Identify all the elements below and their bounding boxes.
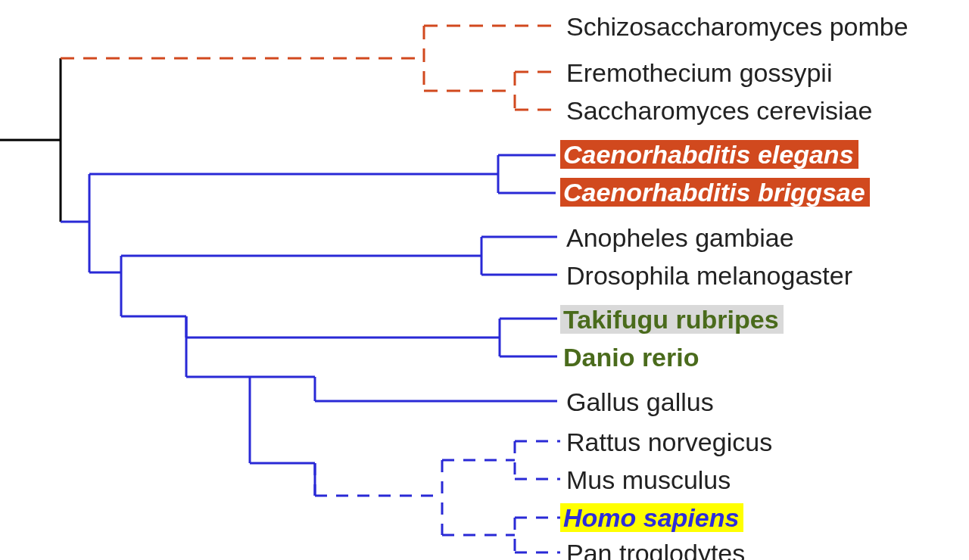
leaf-schizosaccharomyces-pombe: Schizosaccharomyces pombe [563, 12, 913, 41]
leaf-caenorhabditis-elegans: Caenorhabditis elegans [560, 140, 858, 169]
leaf-homo-sapiens: Homo sapiens [560, 503, 743, 532]
clade-animals [61, 155, 557, 496]
leaf-takifugu-rubripes: Takifugu rubripes [560, 305, 784, 334]
leaf-drosophila-melanogaster: Drosophila melanogaster [563, 261, 857, 290]
leaf-eremothecium-gossypii: Eremothecium gossypii [563, 58, 837, 87]
leaf-rattus-norvegicus: Rattus norvegicus [563, 428, 777, 456]
leaf-caenorhabditis-briggsae: Caenorhabditis briggsae [560, 178, 870, 207]
clade-mammals [315, 441, 560, 552]
leaf-mus-musculus: Mus musculus [563, 465, 735, 494]
leaf-danio-rerio: Danio rerio [560, 343, 703, 372]
leaf-anopheles-gambiae: Anopheles gambiae [563, 223, 799, 252]
clade-fungi [61, 26, 560, 110]
leaf-saccharomyces-cerevisiae: Saccharomyces cerevisiae [563, 96, 877, 125]
leaf-pan-troglodytes: Pan troglodytes [563, 539, 749, 560]
leaf-gallus-gallus: Gallus gallus [563, 387, 718, 416]
